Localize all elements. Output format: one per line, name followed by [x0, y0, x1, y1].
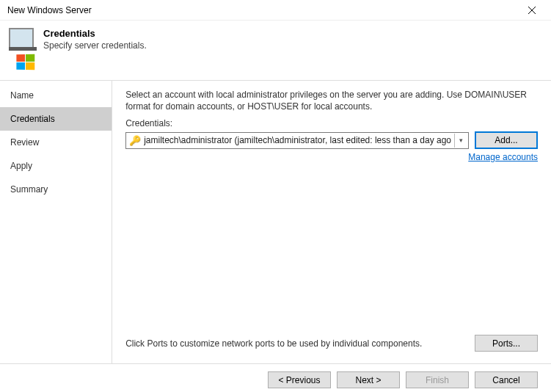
- wizard-footer: < Previous Next > Finish Cancel: [0, 363, 551, 392]
- manage-accounts-link[interactable]: Manage accounts: [468, 152, 538, 162]
- add-button[interactable]: Add...: [475, 131, 538, 149]
- ports-row: Click Ports to customize network ports t…: [125, 329, 538, 357]
- wizard-body: Name Credentials Review Apply Summary Se…: [0, 80, 551, 363]
- manage-accounts-row: Manage accounts: [125, 152, 538, 162]
- ports-button[interactable]: Ports...: [475, 335, 538, 352]
- credentials-row: 🔑 jamiltech\administrator (jamiltech\adm…: [125, 131, 538, 149]
- cancel-button[interactable]: Cancel: [475, 371, 538, 388]
- header-title: Credentials: [43, 28, 147, 39]
- sidebar-step-summary[interactable]: Summary: [0, 178, 112, 201]
- ports-description: Click Ports to customize network ports t…: [125, 338, 422, 349]
- sidebar-step-apply[interactable]: Apply: [0, 154, 112, 178]
- credentials-dropdown[interactable]: 🔑 jamiltech\administrator (jamiltech\adm…: [125, 132, 469, 149]
- header-subtitle: Specify server credentials.: [43, 40, 147, 51]
- header-icon-group: [9, 28, 34, 70]
- previous-button[interactable]: < Previous: [268, 371, 331, 388]
- key-icon: 🔑: [129, 135, 141, 146]
- credentials-selected-text: jamiltech\administrator (jamiltech\admin…: [144, 135, 451, 145]
- close-icon: [528, 6, 536, 15]
- server-icon: [9, 28, 34, 48]
- title-bar: New Windows Server: [0, 0, 551, 21]
- content-spacer: [125, 162, 538, 329]
- description-text: Select an account with local administrat…: [125, 90, 538, 112]
- header-text: Credentials Specify server credentials.: [43, 28, 147, 51]
- next-button[interactable]: Next >: [337, 371, 400, 388]
- close-button[interactable]: [519, 1, 545, 19]
- step-sidebar: Name Credentials Review Apply Summary: [0, 81, 112, 363]
- window-title: New Windows Server: [7, 5, 92, 15]
- sidebar-step-review[interactable]: Review: [0, 131, 112, 154]
- sidebar-step-credentials[interactable]: Credentials: [0, 107, 112, 131]
- wizard-header: Credentials Specify server credentials.: [0, 21, 551, 80]
- content-panel: Select an account with local administrat…: [112, 81, 551, 363]
- windows-logo-icon: [16, 54, 34, 70]
- finish-button: Finish: [406, 371, 469, 388]
- credentials-label: Credentials:: [125, 118, 538, 128]
- sidebar-step-name[interactable]: Name: [0, 84, 112, 107]
- chevron-down-icon: ▾: [454, 134, 467, 148]
